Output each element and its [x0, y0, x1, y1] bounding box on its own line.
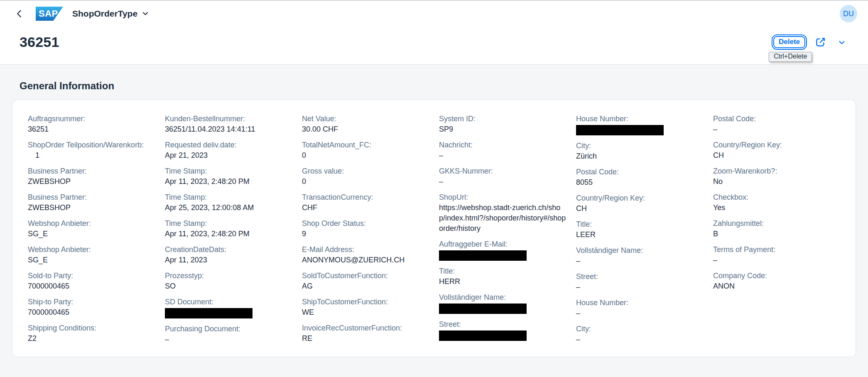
- field-label: CreationDateDats:: [165, 245, 292, 255]
- info-column: Kunden-Bestellnummer:36251/11.04.2023 14…: [165, 114, 292, 350]
- overflow-menu-button[interactable]: [836, 36, 848, 49]
- app-title-menu[interactable]: ShopOrderType: [72, 9, 149, 19]
- field-value: 30.00 CHF: [302, 124, 429, 135]
- field-label: Auftragsnummer:: [28, 114, 155, 124]
- field-label: GKKS-Nummer:: [439, 166, 566, 176]
- field-value: 0: [302, 176, 429, 187]
- field-label: Vollständiger Name:: [576, 245, 703, 256]
- field-label: House Number:: [576, 298, 703, 308]
- field-label: ShopUrl:: [439, 192, 566, 203]
- delete-button-wrap: Delete Ctrl+Delete: [773, 36, 805, 48]
- field-value: –: [165, 334, 292, 345]
- field: Country/Region Key:CH: [576, 193, 703, 214]
- field-label: ShipToCustomerFunction:: [302, 297, 429, 307]
- field: Title:HERR: [439, 266, 566, 287]
- field-label: Kunden-Bestellnummer:: [165, 114, 292, 124]
- share-icon: [814, 36, 826, 48]
- field-label: Street:: [576, 272, 703, 282]
- field-value: –: [439, 176, 566, 187]
- field-value: HERR: [439, 277, 566, 287]
- field-label: ShopOrder Teilposition/Warenkorb:: [28, 140, 155, 150]
- field-label: Terms of Payment:: [713, 245, 840, 255]
- field-value: –: [576, 256, 703, 266]
- app-title-label: ShopOrderType: [72, 9, 137, 19]
- field-value: LEER: [576, 230, 703, 240]
- field: Vollständiger Name:: [439, 292, 566, 314]
- field: City:Zürich: [576, 141, 703, 162]
- field: ShopUrl:https://webshop.stadt-zuerich.ch…: [439, 192, 566, 234]
- chevron-down-icon: [142, 10, 149, 17]
- field-value: ANON: [713, 281, 840, 291]
- field-label: Checkbox:: [713, 192, 840, 203]
- field: Company Code:ANON: [713, 271, 840, 291]
- field: Shop Order Status:9: [302, 218, 429, 239]
- field: Sold-to Party:7000000465: [28, 271, 155, 291]
- field: Postal Code:8055: [576, 167, 703, 188]
- field-value: SG_E: [28, 255, 155, 265]
- field-value: https://webshop.stadt-zuerich.ch/shop/in…: [439, 203, 566, 234]
- field-value: ZWEBSHOP: [28, 176, 155, 187]
- field-value: –: [713, 124, 840, 135]
- field-value: Apr 25, 2023, 12:00:08 AM: [165, 203, 292, 213]
- field: Checkbox:Yes: [713, 192, 840, 213]
- field-value: Z2: [28, 333, 155, 344]
- field-value: –: [439, 150, 566, 161]
- field: City:–: [576, 324, 703, 345]
- field-label: Requested deliv.date:: [165, 140, 292, 150]
- field-value: 36251: [28, 124, 155, 135]
- field-label: Time Stamp:: [165, 166, 292, 176]
- field-label: Webshop Anbieter:: [28, 245, 155, 255]
- field: TotalNetAmount_FC:0: [302, 140, 429, 161]
- field-label: Sold-to Party:: [28, 271, 155, 281]
- field-value: Apr 11, 2023, 2:48:20 PM: [165, 229, 292, 239]
- field: Business Partner:ZWEBSHOP: [28, 166, 155, 187]
- field: SoldToCustomerFunction:AG: [302, 271, 429, 291]
- field-value: Zürich: [576, 151, 703, 162]
- field-label: Webshop Anbieter:: [28, 218, 155, 229]
- field-label: Title:: [576, 219, 703, 230]
- field: Vollständiger Name:–: [576, 245, 703, 266]
- share-button[interactable]: [813, 34, 828, 50]
- field-label: SoldToCustomerFunction:: [302, 271, 429, 281]
- field-label: SD Document:: [165, 297, 292, 307]
- field-label: Title:: [439, 266, 566, 277]
- sap-logo-text: SAP: [39, 8, 58, 19]
- redacted-value-bar: [576, 125, 664, 135]
- back-button[interactable]: [12, 7, 27, 21]
- field-label: Country/Region Key:: [713, 140, 840, 150]
- field-label: Time Stamp:: [165, 218, 292, 229]
- field: Kunden-Bestellnummer:36251/11.04.2023 14…: [165, 114, 292, 135]
- field-label: City:: [576, 324, 703, 334]
- avatar[interactable]: DU: [840, 5, 857, 22]
- field-label: Gross value:: [302, 166, 429, 176]
- field: System ID:SP9: [439, 114, 566, 135]
- field: Webshop Anbieter:SG_E: [28, 245, 155, 265]
- field-value: SP9: [439, 124, 566, 135]
- field-value: B: [713, 229, 840, 239]
- field: GKKS-Nummer:–: [439, 166, 566, 187]
- field: Terms of Payment:–: [713, 245, 840, 265]
- field-label: TotalNetAmount_FC:: [302, 140, 429, 150]
- page-title: 36251: [20, 34, 59, 50]
- delete-button[interactable]: Delete: [773, 36, 805, 48]
- field: Purchasing Document:–: [165, 324, 292, 345]
- field-label: Shop Order Status:: [302, 218, 429, 229]
- field-value: RE: [302, 333, 429, 344]
- delete-shortcut-tooltip: Ctrl+Delete: [769, 52, 812, 62]
- field: Requested deliv.date:Apr 21, 2023: [165, 140, 292, 161]
- field-value: –: [576, 282, 703, 292]
- field: Title:LEER: [576, 219, 703, 240]
- field-value: –: [576, 334, 703, 345]
- field-label: Business Partner:: [28, 192, 155, 203]
- field-value: SO: [165, 281, 292, 291]
- field-value: WE: [302, 307, 429, 318]
- field: ShipToCustomerFunction:WE: [302, 297, 429, 318]
- field-label: Nachricht:: [439, 140, 566, 150]
- field-label: Shipping Conditions:: [28, 323, 155, 333]
- field-label: Zahlungsmittel:: [713, 218, 840, 229]
- info-column: System ID:SP9Nachricht:–GKKS-Nummer:–Sho…: [439, 114, 566, 346]
- field-value: SG_E: [28, 229, 155, 239]
- field-value: Apr 21, 2023: [165, 150, 292, 161]
- field-label: House Number:: [576, 114, 703, 124]
- field-label: Business Partner:: [28, 166, 155, 176]
